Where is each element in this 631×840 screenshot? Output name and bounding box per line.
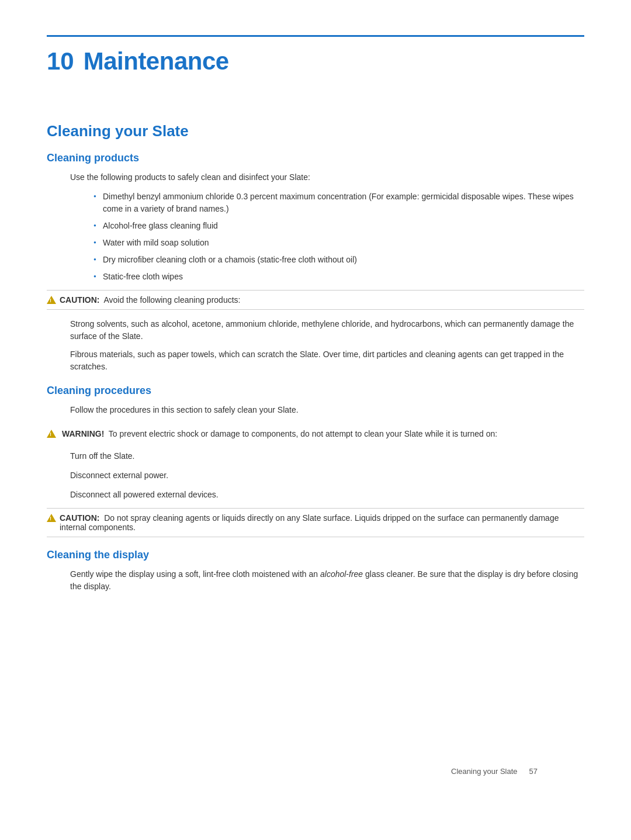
list-item: Dry microfiber cleaning cloth or a chamo… (93, 254, 584, 266)
footer-page-number: 57 (529, 767, 538, 776)
caution-icon (47, 296, 56, 304)
warning-label: WARNING! (62, 429, 104, 438)
caution-body-2: Fibrous materials, such as paper towels,… (70, 348, 584, 373)
cleaning-products-list: Dimethyl benzyl ammonium chloride 0.3 pe… (93, 191, 584, 283)
list-item: Water with mild soap solution (93, 237, 584, 249)
list-item: Alcohol-free glass cleaning fluid (93, 220, 584, 232)
chapter-title: Maintenance (84, 47, 229, 75)
caution-icon-2 (47, 514, 56, 522)
cleaning-display-section: Cleaning the display Gently wipe the dis… (47, 549, 584, 593)
section-main-title: Cleaning your Slate (47, 122, 584, 140)
cleaning-products-intro: Use the following products to safely cle… (70, 171, 584, 184)
caution-2-text: Do not spray cleaning agents or liquids … (60, 513, 559, 532)
warning-text: To prevent electric shock or damage to c… (109, 429, 497, 438)
display-body-italic: alcohol-free (320, 569, 363, 579)
main-section: Cleaning your Slate (47, 122, 584, 140)
warning-content: WARNING! To prevent electric shock or da… (62, 429, 497, 438)
page-footer: Cleaning your Slate 57 (451, 767, 538, 776)
chapter-header: 10Maintenance (47, 35, 584, 75)
chapter-number: 10 (47, 47, 74, 75)
caution-box-procedures: CAUTION: Do not spray cleaning agents or… (47, 508, 584, 537)
warning-icon (47, 430, 56, 438)
cleaning-procedures-title: Cleaning procedures (47, 385, 584, 397)
footer-content: Cleaning your Slate 57 (451, 767, 538, 776)
display-body-start: Gently wipe the display using a soft, li… (70, 569, 320, 579)
warning-box-procedures: WARNING! To prevent electric shock or da… (47, 423, 584, 444)
caution-2-content: CAUTION: Do not spray cleaning agents or… (60, 513, 584, 532)
footer-section-label: Cleaning your Slate (451, 767, 517, 776)
list-item: Static-free cloth wipes (93, 271, 584, 283)
caution-header-text: Avoid the following cleaning products: (103, 295, 240, 305)
cleaning-procedures-intro: Follow the procedures in this section to… (70, 404, 584, 416)
cleaning-display-title: Cleaning the display (47, 549, 584, 561)
caution-box-products: CAUTION: Avoid the following cleaning pr… (47, 290, 584, 310)
procedure-step-3: Disconnect all powered external devices. (70, 489, 584, 501)
caution-label-text: CAUTION: (60, 295, 99, 305)
cleaning-products-title: Cleaning products (47, 152, 584, 164)
procedure-step-1: Turn off the Slate. (70, 450, 584, 462)
cleaning-display-body: Gently wipe the display using a soft, li… (70, 568, 584, 593)
caution-body-1: Strong solvents, such as alcohol, aceton… (70, 318, 584, 343)
list-item: Dimethyl benzyl ammonium chloride 0.3 pe… (93, 191, 584, 215)
caution-label: CAUTION: Avoid the following cleaning pr… (60, 295, 240, 305)
cleaning-products-section: Cleaning products Use the following prod… (47, 152, 584, 373)
cleaning-procedures-section: Cleaning procedures Follow the procedure… (47, 385, 584, 537)
procedure-step-2: Disconnect external power. (70, 469, 584, 482)
caution-2-label: CAUTION: (60, 513, 99, 523)
